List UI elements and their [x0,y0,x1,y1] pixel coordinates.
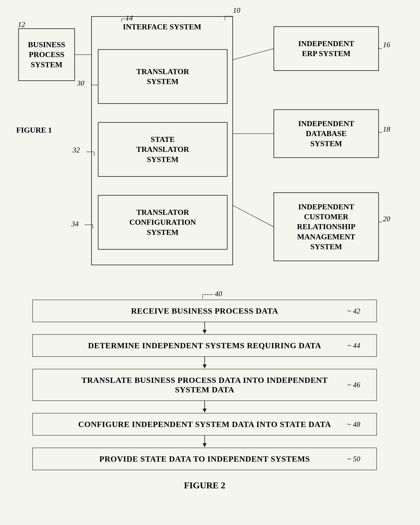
flow-row-42: RECEIVE BUSINESS PROCESS DATA ~ 42 [12,300,397,322]
ref18-tilde: ~ [379,130,389,136]
box-translator-config-text: TRANSLATORCONFIGURATIONSYSTEM [129,207,196,237]
box-state-translator-text: STATETRANSLATORSYSTEM [136,134,189,164]
box-translator-config: TRANSLATORCONFIGURATIONSYSTEM [98,195,228,250]
ref-42: ~ 42 [347,307,360,315]
svg-marker-26 [203,443,207,447]
flow-box-50: PROVIDE STATE DATA TO INDEPENDENT SYSTEM… [32,448,377,470]
svg-text:~: ~ [379,220,382,225]
flow-box-48: CONFIGURE INDEPENDENT SYSTEM DATA INTO S… [32,413,377,435]
ref-50: ~ 50 [347,455,360,463]
svg-text:~: ~ [379,46,382,52]
flow-row-44: DETERMINE INDEPENDENT SYSTEMS REQUIRING … [12,334,397,357]
flow-box-46: TRANSLATE BUSINESS PROCESS DATA INTO IND… [32,369,377,401]
ref16-tilde: ~ [379,46,389,52]
flow-arrow-4 [32,435,377,448]
diagram-container: 10 12 14 FIGURE 1 BUSINESSPROCESSSYSTEM … [0,0,420,525]
box-crm: INDEPENDENTCUSTOMERRELATIONSHIPMANAGEMEN… [274,192,379,261]
ref20-tilde: ~ [379,220,389,226]
ref-44: ~ 44 [347,341,360,350]
flow-step4-text: CONFIGURE INDEPENDENT SYSTEM DATA INTO S… [37,420,372,429]
box-erp-text: INDEPENDENTERP SYSTEM [298,39,354,59]
flow-step2-text: DETERMINE INDEPENDENT SYSTEMS REQUIRING … [37,341,372,350]
ref-34: 34 [71,220,79,228]
svg-marker-20 [203,330,207,334]
ref-46: ~ 46 [347,381,360,389]
box-db: INDEPENDENTDATABASESYSTEM [274,109,379,158]
flow-arrow-3 [32,401,377,413]
svg-text:~: ~ [379,130,382,136]
box-business-process-text: BUSINESSPROCESSSYSTEM [28,40,65,70]
ref30-arrow [89,79,99,89]
box-interface-system: INTERFACE SYSTEM TRANSLATORSYSTEM STATET… [91,16,233,265]
ref40-arrow [197,287,219,299]
box-state-translator: STATETRANSLATORSYSTEM [98,122,228,177]
flow-row-48: CONFIGURE INDEPENDENT SYSTEM DATA INTO S… [12,413,397,435]
flow-step1-text: RECEIVE BUSINESS PROCESS DATA [37,306,372,316]
box-translator: TRANSLATORSYSTEM [98,49,228,104]
svg-line-16 [233,206,274,227]
box-business-process: BUSINESSPROCESSSYSTEM [18,28,75,81]
figure1-label: FIGURE 1 [16,126,52,134]
ref-12: 12 [18,20,25,29]
interface-system-label: INTERFACE SYSTEM [92,19,232,32]
figure2-area: RECEIVE BUSINESS PROCESS DATA ~ 42 DETER… [12,300,397,491]
svg-line-14 [233,49,274,60]
ref-32: 32 [73,146,80,154]
flow-row-50: PROVIDE STATE DATA TO INDEPENDENT SYSTEM… [12,448,397,470]
ref-30: 30 [77,79,84,87]
figure2-caption: FIGURE 2 [12,480,397,491]
ref-48: ~ 48 [347,420,360,429]
flow-box-44: DETERMINE INDEPENDENT SYSTEMS REQUIRING … [32,334,377,357]
flow-step5-text: PROVIDE STATE DATA TO INDEPENDENT SYSTEM… [37,454,372,464]
svg-marker-24 [203,409,207,413]
flow-arrow-2 [32,357,377,369]
box-translator-text: TRANSLATORSYSTEM [136,67,189,87]
box-crm-text: INDEPENDENTCUSTOMERRELATIONSHIPMANAGEMEN… [297,202,356,252]
box-erp: INDEPENDENTERP SYSTEM [274,26,379,71]
svg-marker-22 [203,365,207,368]
flow-step3-text: TRANSLATE BUSINESS PROCESS DATA INTO IND… [37,375,372,394]
ref32-arrow [84,148,95,156]
flow-arrow-1 [32,322,377,334]
ref34-arrow [83,221,94,229]
flow-row-46: TRANSLATE BUSINESS PROCESS DATA INTO IND… [12,369,397,401]
box-db-text: INDEPENDENTDATABASESYSTEM [298,119,354,149]
flow-box-42: RECEIVE BUSINESS PROCESS DATA ~ 42 [32,300,377,322]
